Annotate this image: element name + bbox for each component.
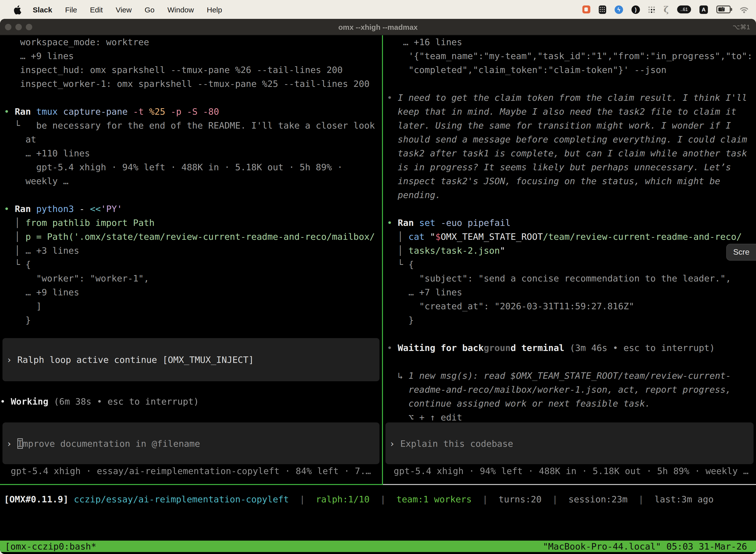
window-shortcut-hint: ⌥⌘1 [733, 23, 750, 31]
window-title: omx --xhigh --madmax [0, 22, 756, 31]
menu-app-name[interactable]: Slack [33, 5, 52, 14]
queued-message-text: Ralph loop active continue [OMX_TMUX_INJ… [17, 354, 254, 365]
screen: Slack FileEditViewGoWindowHelp ϟ)ζ..61A … [0, 0, 756, 554]
battery-charging-icon[interactable] [716, 5, 731, 13]
terminal-window: omx --xhigh --madmax ⌥⌘1 workspace_mode:… [0, 19, 756, 554]
terminal-line: … +16 lines [387, 35, 756, 49]
terminal-line: • Ran set -euo pipefail [387, 216, 756, 230]
close-window-button[interactable] [5, 23, 11, 30]
apple-menu-icon[interactable] [13, 5, 22, 14]
terminal-line: "worker": "worker-1", [4, 272, 382, 285]
status-icons: ϟ)ζ..61A [582, 4, 749, 14]
terminal-line: ] [4, 299, 382, 313]
terminal-line: │ … +3 lines [4, 244, 382, 258]
omx-status-line: [OMX#0.11.9] cczip/essay/ai-reimplementa… [0, 492, 756, 506]
right-input-placeholder: Explain this codebase [400, 438, 513, 448]
menu-go[interactable]: Go [145, 5, 154, 14]
terminal-line [387, 327, 756, 341]
terminal-line: gpt-5.4 xhigh · 94% left · 488K in · 5.1… [4, 160, 382, 174]
terminal-line: └ { [387, 258, 756, 272]
terminal-line: │ tasks/task-2.json" [387, 244, 756, 258]
terminal-line: └ { [4, 258, 382, 272]
menu-file[interactable]: File [65, 5, 77, 14]
menu-help[interactable]: Help [207, 5, 222, 14]
prompt-chevron-icon: › [389, 438, 395, 448]
terminal-line [387, 77, 756, 91]
terminal-line: } [387, 313, 756, 327]
tmux-status-bar: [omx-cczip0:bash* "MacBook-Pro-44.local"… [0, 541, 756, 552]
left-pane[interactable]: workspace_mode: worktree … +9 lines insp… [0, 35, 382, 485]
terminal-line: should send a message before completing … [387, 132, 756, 147]
terminal-body: workspace_mode: worktree … +9 lines insp… [0, 35, 756, 554]
menu-edit[interactable]: Edit [90, 5, 103, 14]
terminal-line: │ from pathlib import Path [4, 216, 382, 230]
right-pane-status: gpt-5.4 xhigh · 94% left · 488K in · 5.1… [383, 464, 756, 478]
terminal-line: … +110 lines [4, 147, 382, 160]
wifi-icon[interactable] [739, 6, 749, 13]
terminal-line: │ p = Path('.omx/state/team/review-curre… [4, 230, 382, 244]
right-input-box[interactable]: ›Explain this codebase [385, 423, 754, 464]
terminal-line: pending. [387, 188, 756, 202]
a-square-icon[interactable]: A [699, 5, 708, 14]
terminal-line: inspect_worker-1: omx sparkshell --tmux-… [4, 77, 382, 91]
terminal-line: at [4, 132, 382, 147]
terminal-line: "completed","claim_token":"claim-token"}… [387, 63, 756, 77]
terminal-line: … +9 lines [4, 49, 382, 63]
terminal-line: workspace_mode: worktree [4, 35, 382, 49]
left-pane-border [0, 484, 382, 485]
terminal-line: • Ran tmux capture-pane -t %25 -p -S -80 [4, 105, 382, 119]
terminal-line: inspect task2's JSON, focusing on the st… [387, 174, 756, 188]
terminal-line: '{"team_name":"my-team","task_id":"1","f… [387, 49, 756, 63]
left-pane-status: gpt-5.4 xhigh · essay/ai-reimplementatio… [0, 464, 382, 478]
text-cursor: I [17, 438, 23, 448]
left-input-placeholder: mprove documentation in @filename [22, 438, 200, 448]
right-pane[interactable]: … +16 lines '{"team_name":"my-team","tas… [383, 35, 756, 485]
terminal-line: continue assigned work or next feasible … [387, 397, 756, 410]
terminal-line: later. Using the same for transition mig… [387, 119, 756, 132]
crescent-circle-icon[interactable]: ) [631, 5, 640, 14]
keyboard-icon[interactable] [599, 5, 606, 14]
terminal-line [387, 202, 756, 216]
terminal-line: is in progress? It seems likely but perh… [387, 160, 756, 174]
menu-window[interactable]: Window [168, 5, 194, 14]
menu-view[interactable]: View [116, 5, 132, 14]
left-input-box[interactable]: ›Improve documentation in @filename [2, 423, 379, 464]
terminal-line: inspect_hud: omx sparkshell --tmux-pane … [4, 63, 382, 77]
terminal-line: task2 after task1 is complete, but can I… [387, 147, 756, 160]
right-pane-border [383, 484, 756, 485]
traffic-lights [5, 23, 32, 30]
dots-grid-icon[interactable] [648, 6, 655, 13]
terminal-line [4, 91, 382, 105]
terminal-line: │ cat "$OMX_TEAM_STATE_ROOT/team/review-… [387, 230, 756, 244]
minimize-window-button[interactable] [15, 23, 22, 30]
timer-badge-icon[interactable]: ..61 [677, 5, 691, 13]
tmux-host-clock: "MacBook-Pro-44.local" 05:03 31-Mar-26 [543, 541, 751, 552]
prompt-chevron-icon: › [6, 438, 12, 448]
queued-message-box: ›Ralph loop active continue [OMX_TMUX_IN… [2, 338, 379, 381]
slack-chat-icon[interactable] [582, 5, 590, 13]
terminal-line: • Waiting for background terminal (3m 46… [387, 341, 756, 355]
terminal-line: "created_at": "2026-03-31T11:59:27.816Z" [387, 299, 756, 313]
terminal-line: readme-and-reco/mailbox/worker-1.json, a… [387, 383, 756, 397]
menu-items: FileEditViewGoWindowHelp [65, 5, 222, 14]
terminal-line: • I need to get the claim token from the… [387, 91, 756, 105]
menu-bar: Slack FileEditViewGoWindowHelp ϟ)ζ..61A [0, 0, 756, 19]
terminal-line: ↳ 1 new msg(s): read $OMX_TEAM_STATE_ROO… [387, 369, 756, 383]
working-status-line: • Working (6m 38s • esc to interrupt) [0, 395, 382, 408]
terminal-line: └ be necessary for the end of the README… [4, 119, 382, 132]
terminal-line: weekly … [4, 174, 382, 188]
terminal-line: • Ran python3 - <<'PY' [4, 202, 382, 216]
terminal-line [387, 355, 756, 369]
terminal-line: } [4, 313, 382, 327]
terminal-line: … +9 lines [4, 285, 382, 299]
tmux-session-label: [omx-cczip0:bash* [5, 541, 543, 552]
lightning-circle-icon[interactable]: ϟ [615, 5, 623, 14]
zoom-window-button[interactable] [26, 23, 32, 30]
prompt-chevron-icon: › [6, 354, 12, 365]
squiggle-icon[interactable]: ζ [664, 4, 669, 14]
terminal-line: … +7 lines [387, 285, 756, 299]
terminal-line: "subject": "send a concise recommendatio… [387, 272, 756, 285]
terminal-line: keep that in mind. Maybe I also need the… [387, 105, 756, 119]
window-titlebar[interactable]: omx --xhigh --madmax ⌥⌘1 [0, 19, 756, 35]
screen-tooltip: Scre [726, 244, 756, 261]
